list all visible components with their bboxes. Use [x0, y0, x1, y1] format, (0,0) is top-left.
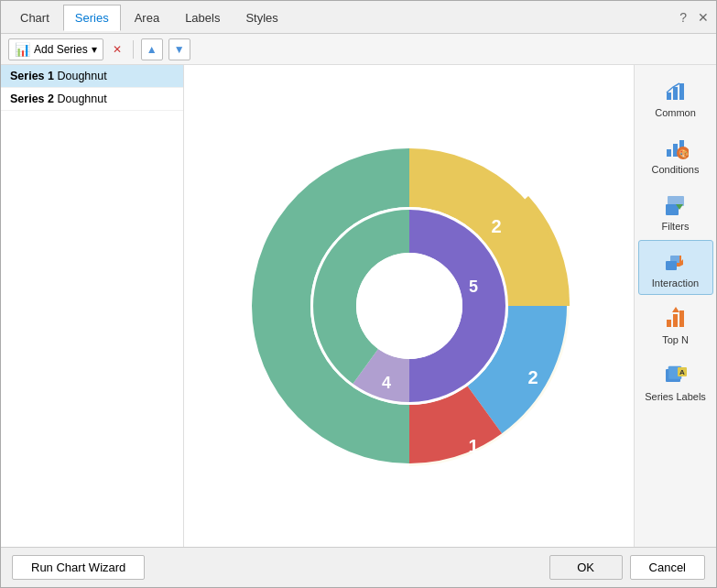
svg-rect-1	[673, 87, 678, 100]
list-item[interactable]: Series 2 Doughnut	[1, 88, 183, 111]
tab-labels[interactable]: Labels	[173, 5, 232, 30]
move-up-button[interactable]: ▲	[141, 38, 163, 60]
ok-button[interactable]: OK	[549, 555, 623, 580]
interaction-icon	[663, 246, 689, 276]
add-series-icon: 📊	[15, 42, 30, 57]
series-type: Doughnut	[57, 93, 106, 105]
add-series-dropdown-arrow: ▾	[92, 43, 97, 56]
svg-text:🎨: 🎨	[678, 148, 689, 159]
svg-rect-2	[679, 83, 684, 100]
dialog: Chart Series Area Labels Styles ? ✕ 📊 Ad…	[0, 0, 717, 588]
up-arrow-icon: ▲	[147, 43, 158, 56]
inner-lavender-label: 4	[381, 374, 390, 392]
right-panel-interaction[interactable]: Interaction	[638, 240, 713, 295]
tab-styles[interactable]: Styles	[234, 5, 289, 30]
delete-series-button[interactable]: ✕	[109, 41, 125, 58]
cancel-button[interactable]: Cancel	[630, 555, 705, 580]
svg-rect-3	[667, 149, 671, 157]
tabs-bar: Chart Series Area Labels Styles ? ✕	[1, 1, 716, 34]
topn-label: Top N	[662, 334, 689, 345]
down-arrow-icon: ▼	[174, 43, 185, 56]
toolbar-separator	[133, 40, 134, 59]
outer-teal-label: 3	[303, 427, 313, 447]
svg-marker-16	[672, 307, 679, 312]
interaction-label: Interaction	[652, 278, 699, 289]
tab-area[interactable]: Area	[123, 5, 171, 30]
chart-center-hole	[356, 253, 462, 359]
right-panel: Common 🎨 Conditions	[634, 65, 716, 547]
move-down-button[interactable]: ▼	[168, 38, 190, 60]
right-panel-series-labels[interactable]: A Series Labels	[638, 354, 713, 408]
svg-rect-0	[667, 93, 671, 100]
chart-area: 2 2 1 3 5 4	[184, 65, 634, 547]
right-panel-filters[interactable]: Filters	[638, 183, 713, 238]
tab-series[interactable]: Series	[63, 5, 121, 31]
outer-red-label: 1	[468, 436, 478, 456]
svg-rect-14	[673, 314, 678, 327]
series-number: Series 2	[10, 93, 54, 105]
outer-gold-label: 2	[491, 216, 501, 236]
conditions-label: Conditions	[652, 164, 700, 175]
series-number: Series 1	[10, 70, 54, 82]
svg-rect-15	[679, 310, 684, 327]
filters-icon	[663, 190, 689, 219]
tab-chart[interactable]: Chart	[8, 5, 61, 30]
run-chart-wizard-button[interactable]: Run Chart Wizard	[12, 555, 145, 580]
help-button[interactable]: ?	[679, 10, 687, 25]
add-series-button[interactable]: 📊 Add Series ▾	[8, 38, 103, 60]
right-panel-common[interactable]: Common	[638, 70, 713, 125]
series-labels-label: Series Labels	[645, 391, 706, 402]
add-series-label: Add Series	[34, 43, 88, 56]
inner-purple-label: 5	[468, 278, 477, 296]
footer: Run Chart Wizard OK Cancel	[1, 547, 716, 587]
series-type: Doughnut	[57, 70, 106, 82]
main-content: Series 1 Doughnut Series 2 Doughnut	[1, 65, 716, 547]
conditions-icon: 🎨	[663, 133, 689, 162]
close-button[interactable]: ✕	[698, 10, 709, 25]
right-panel-topn[interactable]: Top N	[638, 297, 713, 352]
footer-left: Run Chart Wizard	[12, 555, 542, 580]
topn-icon	[663, 303, 689, 332]
outer-blue-label: 2	[527, 367, 538, 387]
svg-rect-13	[667, 320, 671, 327]
series-labels-icon: A	[663, 360, 689, 389]
svg-text:A: A	[679, 368, 685, 376]
delete-icon: ✕	[113, 43, 122, 56]
doughnut-chart: 2 2 1 3 5 4	[217, 114, 602, 498]
right-panel-conditions[interactable]: 🎨 Conditions	[638, 126, 713, 181]
list-item[interactable]: Series 1 Doughnut	[1, 65, 183, 88]
series-list: Series 1 Doughnut Series 2 Doughnut	[1, 65, 183, 547]
svg-rect-4	[673, 144, 678, 157]
common-label: Common	[655, 107, 696, 118]
toolbar: 📊 Add Series ▾ ✕ ▲ ▼	[1, 34, 716, 65]
common-icon	[663, 76, 689, 105]
filters-label: Filters	[662, 221, 690, 232]
left-panel: Series 1 Doughnut Series 2 Doughnut	[1, 65, 184, 547]
